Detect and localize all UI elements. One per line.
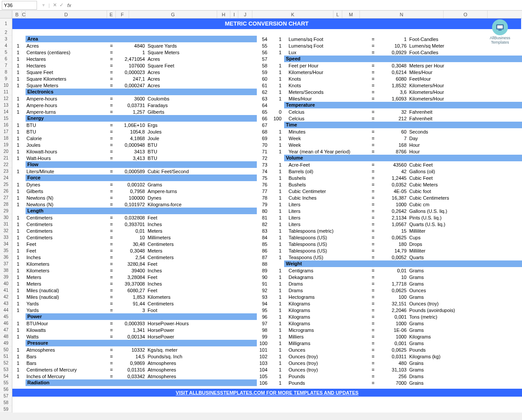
col-header-B[interactable]: B <box>12 11 22 18</box>
from-unit: Kilometers <box>26 261 107 267</box>
row-header-36[interactable]: 36 <box>0 254 12 260</box>
row-header-53[interactable]: 53 <box>0 366 12 373</box>
row-header-41[interactable]: 41 <box>0 287 12 294</box>
row-header-37[interactable]: 37 <box>0 260 12 267</box>
accept-icon[interactable]: ✓ <box>59 2 63 8</box>
row-header-16[interactable]: 16 <box>0 122 12 128</box>
conversion-row: 1 Milligrams = 0,001 Grams <box>270 340 522 346</box>
equals: = <box>107 354 116 359</box>
equals: = <box>107 248 116 253</box>
row-header-55[interactable]: 55 <box>0 379 12 386</box>
equals: = <box>107 281 116 286</box>
row-num: 54 <box>257 36 270 42</box>
name-box[interactable] <box>2 1 37 10</box>
row-header-23[interactable]: 23 <box>0 168 12 175</box>
formula-input[interactable] <box>74 1 520 10</box>
row-header-12[interactable]: 12 <box>0 95 12 102</box>
row-header-21[interactable]: 21 <box>0 155 12 161</box>
row-header-27[interactable]: 27 <box>0 194 12 201</box>
value: 247,1 <box>116 76 147 82</box>
row-header-39[interactable]: 39 <box>0 274 12 280</box>
row-header-5[interactable]: 5 <box>0 49 12 56</box>
to-unit: Dynes <box>147 195 235 201</box>
row-header-26[interactable]: 26 <box>0 188 12 194</box>
row-header-58[interactable]: 58 <box>0 399 12 406</box>
col-header-L[interactable]: L <box>333 11 342 18</box>
row-header-14[interactable]: 14 <box>0 108 12 115</box>
qty: 1 <box>270 301 284 306</box>
row-header-13[interactable]: 13 <box>0 102 12 108</box>
row-header-18[interactable]: 18 <box>0 135 12 141</box>
col-header-I[interactable]: I <box>230 11 238 18</box>
row-header-56[interactable]: 56 <box>0 386 12 393</box>
qty: 1 <box>270 294 284 300</box>
row-header-42[interactable]: 42 <box>0 294 12 300</box>
col-header-M[interactable]: M <box>342 11 360 18</box>
row-header-3[interactable]: 3 <box>0 36 12 42</box>
row-header-34[interactable]: 34 <box>0 241 12 247</box>
footer-link[interactable]: VISIT ALLBUSINESSTEMPLATES.COM FOR MORE … <box>12 389 522 397</box>
row-header-54[interactable]: 54 <box>0 373 12 379</box>
row-header-45[interactable]: 45 <box>0 313 12 320</box>
row-header-24[interactable]: 24 <box>0 175 12 181</box>
row-header-49[interactable]: 49 <box>0 340 12 346</box>
row-header-44[interactable]: 44 <box>0 307 12 313</box>
equals: = <box>107 50 116 55</box>
row-header-43[interactable]: 43 <box>0 300 12 307</box>
row-header-47[interactable]: 47 <box>0 327 12 333</box>
col-header-E[interactable]: E <box>107 11 116 18</box>
row-header-19[interactable]: 19 <box>0 141 12 148</box>
col-header-O[interactable]: O <box>444 11 488 18</box>
col-header-H[interactable]: H <box>217 11 230 18</box>
row-header-10[interactable]: 10 <box>0 82 12 89</box>
col-header-N[interactable]: N <box>360 11 444 18</box>
row-header-9[interactable]: 9 <box>0 75 12 82</box>
row-header-6[interactable]: 6 <box>0 56 12 62</box>
qty: 1 <box>270 169 284 174</box>
select-all-corner[interactable] <box>0 11 12 18</box>
cancel-icon[interactable]: ✕ <box>53 2 57 8</box>
row-header-30[interactable]: 30 <box>0 214 12 221</box>
row-header-4[interactable]: 4 <box>0 42 12 49</box>
row-header-51[interactable]: 51 <box>0 353 12 360</box>
row-header-52[interactable]: 52 <box>0 360 12 366</box>
qty: 1 <box>12 43 22 48</box>
row-header-38[interactable]: 38 <box>0 267 12 274</box>
col-header-C[interactable]: C <box>22 11 26 18</box>
qty: 1 <box>270 281 284 286</box>
row-header-33[interactable]: 33 <box>0 234 12 241</box>
row-header-40[interactable]: 40 <box>0 280 12 287</box>
row-header-46[interactable]: 46 <box>0 320 12 327</box>
equals: = <box>369 83 378 88</box>
value: 42 <box>378 169 408 174</box>
grid[interactable]: METRIC CONVERSION CHART Area 1 Acres = 4… <box>12 19 522 413</box>
row-header-8[interactable]: 8 <box>0 69 12 75</box>
col-header-G[interactable]: G <box>129 11 217 18</box>
row-header-28[interactable]: 28 <box>0 201 12 208</box>
row-header-11[interactable]: 11 <box>0 89 12 95</box>
fx-label[interactable]: fx <box>67 3 71 8</box>
col-header-K[interactable]: K <box>252 11 333 18</box>
row-header-32[interactable]: 32 <box>0 227 12 234</box>
row-header-48[interactable]: 48 <box>0 333 12 340</box>
row-header-29[interactable]: 29 <box>0 208 12 214</box>
row-header-25[interactable]: 25 <box>0 181 12 188</box>
row-header-50[interactable]: 50 <box>0 346 12 353</box>
col-header-F[interactable]: F <box>116 11 129 18</box>
conversion-row: 1 Kilograms = 32,151 Ounces (troy) <box>270 300 522 307</box>
row-header-15[interactable]: 15 <box>0 115 12 122</box>
row-header-31[interactable]: 31 <box>0 221 12 227</box>
qty: 1 <box>12 189 22 194</box>
row-header-2[interactable]: 2 <box>0 29 12 36</box>
col-header-D[interactable]: D <box>26 11 107 18</box>
row-header-57[interactable]: 57 <box>0 393 12 399</box>
row-header-35[interactable]: 35 <box>0 247 12 254</box>
row-header-59[interactable]: 59 <box>0 406 12 413</box>
row-header-17[interactable]: 17 <box>0 128 12 135</box>
row-num: 75 <box>257 175 270 181</box>
row-header-20[interactable]: 20 <box>0 148 12 155</box>
row-header-22[interactable]: 22 <box>0 161 12 168</box>
row-header-1[interactable]: 1 <box>0 19 12 29</box>
col-header-J[interactable]: J <box>238 11 252 18</box>
row-header-7[interactable]: 7 <box>0 62 12 69</box>
